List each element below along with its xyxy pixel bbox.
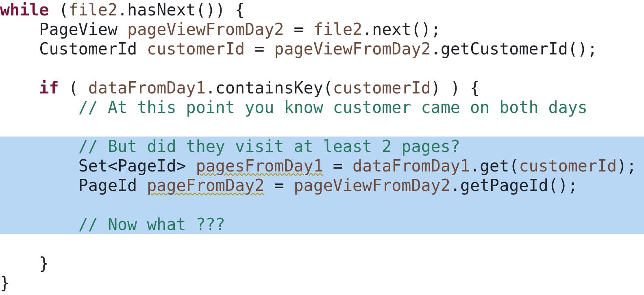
code-token: .next(); [362, 20, 441, 39]
code-line-11 [0, 195, 644, 215]
code-token: pageViewFromDay2 [127, 20, 284, 39]
code-token: } [0, 273, 10, 292]
code-token: PageView [0, 20, 127, 39]
code-line-15: } [0, 273, 644, 293]
code-token: = [284, 20, 313, 39]
code-token: // But did they visit at least 2 pages? [78, 137, 460, 156]
code-token [0, 137, 78, 156]
code-token: Set<PageId> [0, 156, 196, 175]
code-token: ); [617, 156, 636, 175]
code-token: pageViewFromDay2 [274, 39, 431, 58]
code-token: ( [49, 0, 68, 19]
code-token: = [245, 39, 274, 58]
code-block: while (file2.hasNext()) { PageView pageV… [0, 0, 644, 293]
code-line-9: Set<PageId> pagesFromDay1 = dataFromDay1… [0, 156, 644, 176]
code-token: file2 [69, 0, 117, 19]
code-token: CustomerId [0, 39, 147, 58]
code-token: customerId [147, 39, 245, 58]
code-token: .containsKey( [206, 78, 333, 97]
code-line-6: // At this point you know customer came … [0, 98, 644, 117]
code-line-5: if ( dataFromDay1.containsKey(customerId… [0, 78, 644, 98]
code-token: pageFromDay2 [147, 176, 264, 195]
code-line-14: } [0, 254, 644, 273]
code-token: = [264, 176, 294, 195]
code-token: = [323, 156, 352, 175]
code-token: .get( [470, 156, 519, 175]
code-token [0, 195, 10, 214]
code-token: if [39, 78, 59, 97]
code-line-12: // Now what ??? [0, 215, 644, 234]
code-token [0, 234, 10, 253]
code-token: while [0, 0, 49, 19]
code-token [0, 215, 78, 234]
code-token: // Now what ??? [78, 215, 225, 234]
code-line-8: // But did they visit at least 2 pages? [0, 137, 644, 156]
code-token [0, 117, 10, 136]
code-token: file2 [313, 20, 362, 39]
code-token [0, 98, 78, 117]
code-token: PageId [0, 176, 147, 195]
code-token: ) ) { [431, 78, 480, 97]
code-line-10: PageId pageFromDay2 = pageViewFromDay2.g… [0, 176, 644, 195]
code-token: pageViewFromDay2 [294, 176, 450, 195]
code-line-2: PageView pageViewFromDay2 = file2.next()… [0, 20, 644, 39]
code-token: pagesFromDay1 [196, 156, 323, 175]
code-line-1: while (file2.hasNext()) { [0, 0, 644, 20]
code-line-13 [0, 234, 644, 254]
code-token: .getCustomerId(); [431, 39, 597, 58]
code-line-3: CustomerId customerId = pageViewFromDay2… [0, 39, 644, 59]
code-token [0, 59, 10, 78]
code-token: ( [59, 78, 88, 97]
code-line-7 [0, 117, 644, 137]
code-line-4 [0, 59, 644, 78]
code-token: dataFromDay1 [88, 78, 206, 97]
code-token: .getPageId(); [450, 176, 578, 195]
code-token: .hasNext()) { [117, 0, 245, 19]
code-token [0, 78, 39, 97]
code-token: customerId [519, 156, 617, 175]
code-token: customerId [333, 78, 431, 97]
code-token: dataFromDay1 [352, 156, 470, 175]
code-token: } [0, 254, 49, 273]
code-token: // At this point you know customer came … [78, 98, 587, 117]
